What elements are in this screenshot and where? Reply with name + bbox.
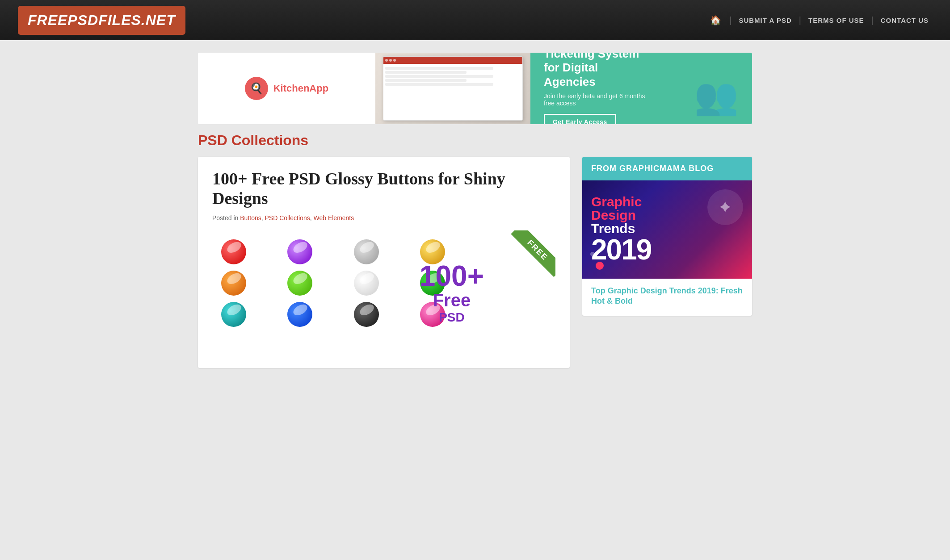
nav-separator-3: | [871,15,874,25]
gdt-graphic-text: Graphic [591,195,642,209]
orange-button [221,271,246,296]
article-featured-image: FREE 100+ Free PSD [212,230,555,355]
fake-ui-body [383,64,522,89]
purple-button [287,239,312,264]
posted-in-label: Posted in [212,214,238,221]
widget-text-content: Top Graphic Design Trends 2019: Fresh Ho… [582,279,752,316]
site-logo[interactable]: FREEPSDFILES.NET [18,6,185,35]
cyan-button [221,302,246,327]
contact-us-link[interactable]: CONTACT US [877,15,932,26]
banner-title: Ticketing System for Digital Agencies [544,53,649,89]
fake-ui-dot-3 [393,59,396,62]
article-title: 100+ Free PSD Glossy Buttons for Shiny D… [212,169,555,208]
widget-article-link[interactable]: Top Graphic Design Trends 2019: Fresh Ho… [591,286,743,307]
free-label: Free [420,290,484,310]
fake-ui-row-3 [385,75,493,78]
banner-subtitle: Join the early beta and get 6 months fre… [544,92,649,107]
gdt-year-text: 2019 [591,235,651,264]
ribbon-container: FREE [493,230,555,293]
widget-header-label: FROM GRAPHICMAMA BLOG [591,164,714,173]
count-number: 100+ [420,260,484,292]
banner-app-name: KitchenApp [273,83,328,94]
red-button [221,239,246,264]
nav-separator-2: | [799,15,801,25]
green-light-button [287,271,312,296]
gdt-char-icon: ✦ [707,189,743,225]
category-psd-link[interactable]: PSD Collections [265,214,310,221]
page-title: PSD Collections [198,132,752,149]
gray-button [354,239,379,264]
main-nav: 🏠 | SUBMIT A PSD | TERMS OF USE | CONTAC… [710,15,932,26]
fake-ui-row-2 [385,71,466,74]
page-title-section: PSD Collections [198,132,752,149]
category-buttons-link[interactable]: Buttons [240,214,261,221]
fake-ui-dot-2 [389,59,392,62]
widget-featured-image: Graphic Design Trends 2019 ✦ [582,180,752,279]
free-ribbon: FREE [511,230,555,277]
terms-of-use-link[interactable]: TERMS OF USE [805,15,868,26]
banner-cta-button[interactable]: Get Early Access [544,114,616,124]
psd-label: PSD [420,310,484,325]
banner-illustration: 👥 [649,59,739,117]
banner-screenshot [375,53,530,124]
gdt-circle-1 [596,262,604,270]
gdt-circle-2 [590,252,595,256]
count-overlay: 100+ Free PSD [420,262,484,325]
category-web-link[interactable]: Web Elements [313,214,354,221]
black-button [354,302,379,327]
graphicmama-widget: FROM GRAPHICMAMA BLOG Graphic Design Tre… [582,157,752,316]
fake-ui-row-1 [385,67,493,70]
fake-ui-titlebar [383,57,522,64]
banner-right-section: Ticketing System for Digital Agencies Jo… [530,53,752,124]
gdt-image[interactable]: Graphic Design Trends 2019 ✦ [582,180,752,279]
main-layout: 100+ Free PSD Glossy Buttons for Shiny D… [198,157,752,386]
site-header: FREEPSDFILES.NET 🏠 | SUBMIT A PSD | TERM… [0,0,950,40]
gdt-design-text: Design [591,209,636,222]
kitchenapp-icon: 🍳 [245,77,268,100]
fake-ui-dot-1 [385,59,388,62]
article-meta: Posted in Buttons, PSD Collections, Web … [212,214,555,221]
banner-ad: 🍳 KitchenApp [198,53,752,124]
widget-header: FROM GRAPHICMAMA BLOG [582,157,752,180]
fake-ui-screenshot [383,56,522,121]
fake-ui-row-5 [385,83,493,86]
banner-left-section: 🍳 KitchenApp [198,53,375,124]
home-icon[interactable]: 🏠 [710,15,721,25]
banner-char-icon: 👥 [694,75,739,117]
blue-button [287,302,312,327]
white-button [354,271,379,296]
banner-text-content: Ticketing System for Digital Agencies Jo… [544,53,649,124]
nav-separator-1: | [729,15,731,25]
submit-psd-link[interactable]: SUBMIT A PSD [735,15,795,26]
main-content: 100+ Free PSD Glossy Buttons for Shiny D… [198,157,570,368]
fake-ui-row-4 [385,79,466,82]
sidebar: FROM GRAPHICMAMA BLOG Graphic Design Tre… [582,157,752,368]
logo-text: FREEPSDFILES.NET [28,12,176,28]
article-card: 100+ Free PSD Glossy Buttons for Shiny D… [198,157,570,368]
banner-ui-image [375,53,530,124]
